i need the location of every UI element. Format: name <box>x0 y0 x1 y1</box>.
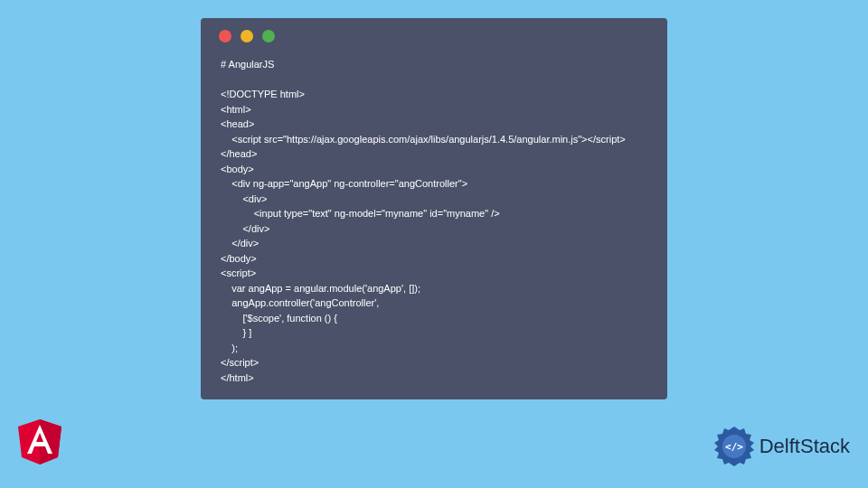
minimize-icon <box>241 30 253 42</box>
code-window: # AngularJS <!DOCTYPE html> <html> <head… <box>201 18 667 399</box>
code-body: <!DOCTYPE html> <html> <head> <script sr… <box>221 89 626 383</box>
code-title: # AngularJS <box>221 59 274 70</box>
angular-logo-icon <box>18 419 61 468</box>
delftstack-icon: </> <box>712 425 756 468</box>
close-icon <box>219 30 231 42</box>
brand-name: DelftStack <box>760 435 850 458</box>
code-content: # AngularJS <!DOCTYPE html> <html> <head… <box>201 50 667 385</box>
delftstack-logo: </> DelftStack <box>712 425 850 468</box>
svg-text:</>: </> <box>725 441 743 453</box>
window-titlebar <box>201 18 667 50</box>
maximize-icon <box>262 30 275 42</box>
